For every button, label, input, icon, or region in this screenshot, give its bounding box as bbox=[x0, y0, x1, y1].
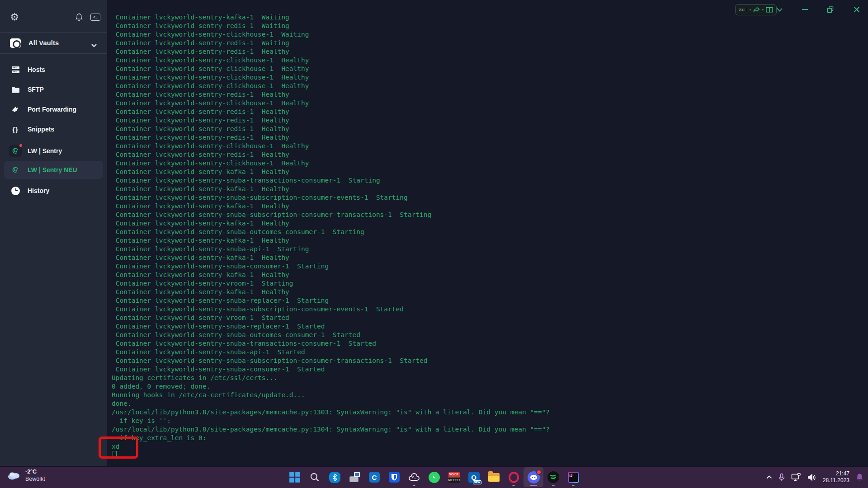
terminal-line: Container lvckyworld-sentry-snuba-replac… bbox=[112, 322, 550, 331]
outlook-icon: O NEW bbox=[468, 472, 480, 483]
overlay-pill-text: au bbox=[739, 7, 745, 13]
split-view-icon[interactable] bbox=[766, 7, 773, 13]
sidebar-item-snippets[interactable]: {} Snippets bbox=[0, 119, 107, 139]
terminal-line: Container lvckyworld-sentry-snuba-transa… bbox=[112, 339, 550, 348]
vault-selector[interactable]: All Vaults bbox=[0, 33, 107, 54]
search-button[interactable] bbox=[305, 467, 325, 487]
sidebar-item-label: Port Forwarding bbox=[28, 106, 76, 113]
terminal-line: Container lvckyworld-sentry-redis-1 Heal… bbox=[112, 150, 550, 159]
overlay-pill[interactable]: au bbox=[735, 4, 777, 15]
taskbar-apps: C >_ VOICE MEETER bbox=[285, 466, 583, 488]
termius-window: ⚙ >_ All Vaults bbox=[0, 0, 868, 466]
sidebar: ⚙ >_ All Vaults bbox=[0, 0, 107, 466]
taskbar-app-c[interactable]: C bbox=[364, 467, 384, 487]
terminal-line: Container lvckyworld-sentry-vroom-1 Star… bbox=[112, 314, 550, 322]
red-annotation-box bbox=[99, 436, 138, 459]
sidebar-item-lw-sentry-neu[interactable]: LW | Sentry NEU bbox=[4, 161, 103, 179]
terminal-line: /usr/local/lib/python3.8/site-packages/m… bbox=[112, 408, 550, 417]
sidebar-item-port-forwarding[interactable]: Port Forwarding bbox=[0, 99, 107, 119]
bluetooth-icon bbox=[329, 472, 340, 483]
taskbar-system-utility[interactable] bbox=[344, 467, 364, 487]
tray-notification-bell-icon[interactable] bbox=[856, 473, 863, 481]
terminal-line: Container lvckyworld-sentry-redis-1 Heal… bbox=[112, 116, 550, 125]
taskbar-spotify[interactable] bbox=[543, 467, 563, 487]
terminal-line: Container lvckyworld-sentry-snuba-subscr… bbox=[112, 211, 550, 219]
tray-time: 21:47 bbox=[823, 470, 849, 477]
terminal-line: Container lvckyworld-sentry-kafka-1 Wait… bbox=[112, 13, 550, 22]
share-arrow-icon[interactable] bbox=[753, 7, 760, 13]
taskbar-bitwarden[interactable] bbox=[384, 467, 404, 487]
running-indicator bbox=[572, 485, 575, 486]
sidebar-item-hosts[interactable]: Hosts bbox=[0, 60, 107, 80]
minimize-button[interactable] bbox=[800, 5, 810, 14]
sidebar-item-sftp[interactable]: SFTP bbox=[0, 80, 107, 99]
terminal-line: Container lvckyworld-sentry-kafka-1 Heal… bbox=[112, 288, 550, 296]
app-c-icon: C bbox=[369, 472, 380, 483]
terminal-line: Container lvckyworld-sentry-redis-1 Wait… bbox=[112, 22, 550, 30]
start-button[interactable] bbox=[285, 467, 305, 487]
restore-button[interactable] bbox=[825, 5, 835, 14]
snippets-braces-icon: {} bbox=[10, 126, 21, 133]
chevron-down-icon[interactable] bbox=[91, 41, 97, 49]
terminal-line: Container lvckyworld-sentry-kafka-1 Heal… bbox=[112, 168, 550, 176]
terminal-line: Container lvckyworld-sentry-snuba-subscr… bbox=[112, 305, 550, 314]
terminal-line: Container lvckyworld-sentry-snuba-subscr… bbox=[112, 193, 550, 202]
sidebar-header: ⚙ >_ bbox=[0, 0, 107, 33]
taskbar-bluetooth[interactable] bbox=[325, 467, 344, 487]
notifications-bell-icon[interactable] bbox=[74, 12, 84, 22]
taskbar-discord[interactable] bbox=[524, 467, 543, 487]
sidebar-item-history[interactable]: History bbox=[0, 181, 107, 201]
outlook-new-badge: NEW bbox=[473, 480, 481, 484]
terminal-line: Container lvckyworld-sentry-redis-1 Heal… bbox=[112, 125, 550, 133]
taskbar-whatsapp[interactable] bbox=[424, 467, 444, 487]
search-icon bbox=[310, 472, 320, 482]
taskbar-outlook[interactable]: O NEW bbox=[464, 467, 484, 487]
terminal-line: if key is '': bbox=[112, 417, 550, 425]
terminal-line: 0 added, 0 removed; done. bbox=[112, 382, 550, 391]
taskbar-intellij[interactable]: IJ bbox=[563, 467, 583, 487]
taskbar-opera-gx[interactable] bbox=[504, 467, 524, 487]
terminal-line: if key_extra_len is 0: bbox=[112, 434, 550, 442]
tray-chevron-up-icon[interactable] bbox=[766, 475, 772, 479]
tray-network-icon[interactable] bbox=[791, 473, 801, 481]
dropdown-chevron-icon[interactable] bbox=[774, 5, 784, 14]
discord-icon bbox=[528, 471, 540, 483]
file-explorer-folder-icon bbox=[488, 473, 500, 482]
tray-microphone-icon[interactable] bbox=[778, 473, 785, 482]
close-button[interactable] bbox=[852, 5, 862, 14]
discord-notification-badge bbox=[536, 469, 542, 475]
folder-icon bbox=[10, 86, 21, 93]
whatsapp-icon bbox=[429, 472, 440, 483]
bitwarden-shield-icon bbox=[389, 472, 400, 483]
taskbar-cloud-terminal[interactable]: >_ bbox=[404, 467, 424, 487]
settings-gear-icon[interactable]: ⚙ bbox=[9, 12, 20, 23]
terminal-line: Container lvckyworld-sentry-snuba-replac… bbox=[112, 296, 550, 305]
terminal-line: Container lvckyworld-sentry-clickhouse-1… bbox=[112, 99, 550, 108]
terminal-line: Container lvckyworld-sentry-vroom-1 Star… bbox=[112, 279, 550, 288]
voicemeeter-icon: VOICE MEETER bbox=[448, 472, 460, 483]
weather-widget[interactable]: -2°C Bewölkt bbox=[6, 468, 45, 483]
running-indicator bbox=[413, 485, 415, 486]
terminal-line: Container lvckyworld-sentry-snuba-api-1 … bbox=[112, 348, 550, 357]
terminal-line: /usr/local/lib/python3.8/site-packages/m… bbox=[112, 425, 550, 434]
tray-clock[interactable]: 21:47 28.11.2023 bbox=[823, 470, 849, 484]
terminal-line: Container lvckyworld-sentry-redis-1 Heal… bbox=[112, 108, 550, 116]
terminal-line: Container lvckyworld-sentry-redis-1 Wait… bbox=[112, 39, 550, 47]
sidebar-nav: Hosts SFTP Port Forwarding {} Snippets bbox=[0, 54, 107, 205]
tray-speaker-icon[interactable] bbox=[807, 474, 816, 481]
system-tray: 21:47 28.11.2023 bbox=[766, 466, 863, 488]
running-indicator bbox=[513, 485, 515, 486]
new-terminal-icon[interactable]: >_ bbox=[90, 14, 100, 21]
taskbar-file-explorer[interactable] bbox=[484, 467, 504, 487]
terminal-line: done. bbox=[112, 399, 550, 408]
weather-condition: Bewölkt bbox=[25, 475, 45, 483]
terminal-pane[interactable]: Container lvckyworld-sentry-kafka-1 Wait… bbox=[107, 0, 868, 466]
sidebar-item-lw-sentry[interactable]: LW | Sentry bbox=[0, 141, 107, 161]
sidebar-separator bbox=[0, 205, 107, 205]
terminal-line: Container lvckyworld-sentry-clickhouse-1… bbox=[112, 30, 550, 39]
taskbar-voicemeeter[interactable]: VOICE MEETER bbox=[444, 467, 464, 487]
dot-separator bbox=[750, 9, 751, 10]
sidebar-item-label: History bbox=[28, 187, 49, 194]
notification-dot bbox=[19, 143, 23, 148]
terminal-line: Container lvckyworld-sentry-redis-1 Heal… bbox=[112, 47, 550, 56]
